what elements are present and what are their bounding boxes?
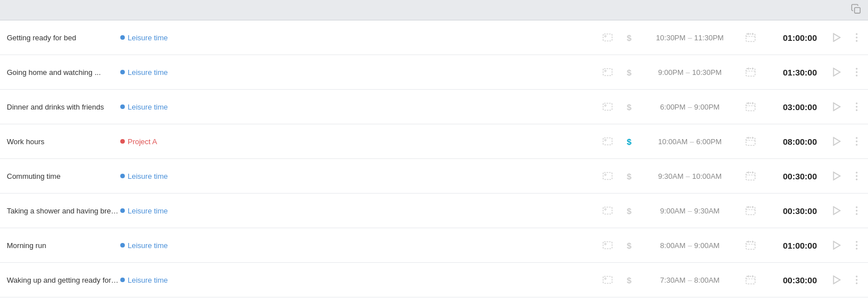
billable-icon[interactable]: $: [623, 68, 635, 77]
svg-rect-33: [746, 138, 755, 145]
tag-icon[interactable]: [601, 68, 614, 76]
play-button[interactable]: [831, 241, 843, 250]
more-menu-button[interactable]: [852, 241, 861, 250]
time-start: 10:30PM: [656, 33, 685, 42]
project-label: Leisure time: [128, 33, 168, 42]
billable-icon[interactable]: $: [623, 137, 635, 146]
entry-project: Leisure time: [120, 241, 601, 250]
copy-icon[interactable]: [851, 4, 861, 16]
table-row: Work hours Project A $ 10:00AM – 6:00PM: [0, 124, 868, 159]
svg-rect-13: [746, 69, 755, 76]
project-dot: [120, 139, 125, 144]
more-menu-button[interactable]: [852, 102, 861, 111]
more-menu-button[interactable]: [852, 206, 861, 215]
time-start: 8:00AM: [660, 241, 686, 250]
play-button[interactable]: [831, 102, 843, 111]
time-end: 6:00PM: [696, 137, 722, 146]
more-menu-button[interactable]: [852, 275, 861, 284]
project-label: Leisure time: [128, 68, 168, 77]
play-button[interactable]: [831, 171, 843, 181]
more-menu-button[interactable]: [852, 68, 861, 77]
svg-point-19: [856, 72, 858, 73]
svg-rect-53: [746, 207, 755, 215]
svg-rect-11: [603, 69, 612, 76]
table-row: Getting ready for bed Leisure time $ 10:…: [0, 20, 868, 55]
svg-point-38: [856, 137, 858, 139]
more-menu-button[interactable]: [852, 33, 861, 42]
play-button[interactable]: [831, 33, 843, 42]
calendar-icon[interactable]: [744, 171, 757, 181]
entry-project: Leisure time: [120, 276, 601, 284]
billable-icon[interactable]: $: [623, 241, 635, 250]
entry-project: Leisure time: [120, 68, 601, 77]
table-row: Waking up and getting ready for a run Le…: [0, 263, 868, 297]
time-range: 10:30PM – 11:30PM: [644, 33, 735, 42]
svg-rect-63: [746, 242, 755, 249]
entry-name: Dinner and drinks with friends: [7, 103, 120, 111]
calendar-icon[interactable]: [744, 33, 757, 42]
svg-point-62: [605, 244, 606, 245]
more-menu-button[interactable]: [852, 171, 861, 181]
calendar-icon[interactable]: [744, 102, 757, 111]
tag-icon[interactable]: [601, 276, 614, 284]
project-label: Leisure time: [128, 103, 168, 111]
duration: 00:30:00: [766, 275, 817, 285]
svg-point-52: [605, 209, 606, 211]
calendar-icon[interactable]: [744, 241, 757, 250]
svg-rect-3: [746, 34, 755, 41]
tag-icon[interactable]: [601, 172, 614, 180]
billable-icon[interactable]: $: [623, 33, 635, 43]
svg-point-32: [605, 140, 606, 141]
duration: 00:30:00: [766, 206, 817, 216]
svg-point-29: [856, 106, 858, 108]
play-button[interactable]: [831, 206, 843, 215]
time-range: 8:00AM – 9:00AM: [644, 241, 735, 250]
svg-rect-31: [603, 138, 612, 145]
duration: 00:30:00: [766, 171, 817, 181]
svg-point-69: [856, 245, 858, 246]
project-label: Leisure time: [128, 207, 168, 215]
calendar-icon[interactable]: [744, 137, 757, 146]
project-dot: [120, 35, 125, 40]
more-menu-button[interactable]: [852, 137, 861, 146]
time-end: 11:30PM: [694, 33, 724, 42]
time-range: 10:00AM – 6:00PM: [644, 137, 735, 146]
header-total: [844, 4, 861, 16]
billable-icon[interactable]: $: [623, 206, 635, 216]
svg-marker-7: [833, 33, 840, 41]
project-label: Leisure time: [128, 276, 168, 284]
calendar-icon[interactable]: [744, 275, 757, 284]
tag-icon[interactable]: [601, 33, 614, 41]
table-row: Morning run Leisure time $ 8:00AM – 9:00…: [0, 228, 868, 263]
svg-marker-77: [833, 276, 840, 284]
billable-icon[interactable]: $: [623, 171, 635, 181]
svg-point-22: [605, 105, 606, 107]
time-range: 9:30AM – 10:00AM: [644, 172, 735, 181]
billable-icon[interactable]: $: [623, 275, 635, 285]
project-label: Leisure time: [128, 172, 168, 181]
play-button[interactable]: [831, 275, 843, 284]
entry-name: Waking up and getting ready for a run: [7, 276, 120, 284]
icons-group: $ 9:30AM – 10:00AM 00:30:00: [601, 171, 861, 181]
time-range: 7:30AM – 8:00AM: [644, 276, 735, 284]
svg-rect-43: [746, 173, 755, 180]
play-button[interactable]: [831, 137, 843, 146]
calendar-icon[interactable]: [744, 68, 757, 77]
svg-point-80: [856, 283, 858, 284]
tag-icon[interactable]: [601, 137, 614, 145]
svg-point-30: [856, 110, 858, 111]
project-label: Leisure time: [128, 241, 168, 250]
table-row: Dinner and drinks with friends Leisure t…: [0, 90, 868, 124]
svg-point-79: [856, 279, 858, 281]
table-row: Commuting time Leisure time $ 9:30AM – 1…: [0, 159, 868, 194]
billable-icon[interactable]: $: [623, 102, 635, 112]
tag-icon[interactable]: [601, 207, 614, 215]
tag-icon[interactable]: [601, 241, 614, 249]
entry-name: Getting ready for bed: [7, 33, 120, 42]
duration: 01:30:00: [766, 68, 817, 77]
svg-rect-41: [603, 173, 612, 179]
svg-point-60: [856, 213, 858, 215]
calendar-icon[interactable]: [744, 206, 757, 215]
tag-icon[interactable]: [601, 103, 614, 111]
play-button[interactable]: [831, 68, 843, 77]
